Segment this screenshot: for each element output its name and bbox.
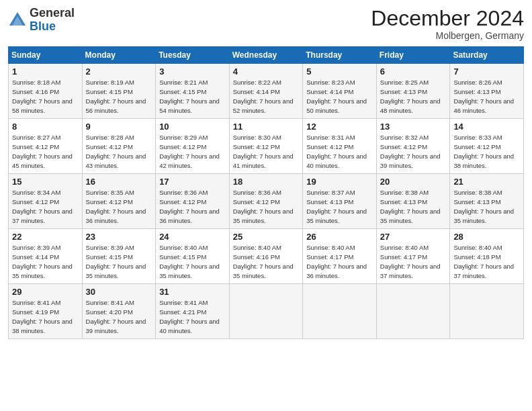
day-number: 27: [380, 232, 447, 242]
day-detail: Sunrise: 8:41 AMSunset: 4:20 PMDaylight:…: [86, 299, 146, 334]
day-detail: Sunrise: 8:35 AMSunset: 4:12 PMDaylight:…: [86, 189, 146, 224]
day-number: 9: [86, 122, 152, 132]
col-saturday: Saturday: [450, 47, 524, 64]
calendar-cell: 21 Sunrise: 8:38 AMSunset: 4:13 PMDaylig…: [450, 174, 524, 229]
calendar-cell: 24 Sunrise: 8:40 AMSunset: 4:15 PMDaylig…: [156, 229, 230, 284]
day-detail: Sunrise: 8:40 AMSunset: 4:15 PMDaylight:…: [159, 244, 220, 279]
day-detail: Sunrise: 8:36 AMSunset: 4:12 PMDaylight:…: [233, 189, 294, 224]
day-detail: Sunrise: 8:34 AMSunset: 4:12 PMDaylight:…: [12, 189, 73, 224]
day-detail: Sunrise: 8:19 AMSunset: 4:15 PMDaylight:…: [86, 79, 146, 113]
day-detail: Sunrise: 8:40 AMSunset: 4:16 PMDaylight:…: [233, 244, 294, 279]
col-tuesday: Tuesday: [156, 47, 230, 64]
calendar-header-row: Sunday Monday Tuesday Wednesday Thursday…: [9, 47, 524, 64]
day-number: 26: [306, 232, 373, 242]
calendar-cell: 26 Sunrise: 8:40 AMSunset: 4:17 PMDaylig…: [303, 229, 377, 284]
day-detail: Sunrise: 8:25 AMSunset: 4:13 PMDaylight:…: [380, 79, 441, 113]
header: General Blue December 2024 Molbergen, Ge…: [8, 7, 524, 41]
calendar-cell: 3 Sunrise: 8:21 AMSunset: 4:15 PMDayligh…: [156, 64, 230, 119]
calendar-week-4: 22 Sunrise: 8:39 AMSunset: 4:14 PMDaylig…: [9, 229, 524, 284]
calendar-cell: [229, 284, 303, 339]
logo: General Blue: [8, 7, 75, 34]
day-detail: Sunrise: 8:33 AMSunset: 4:12 PMDaylight:…: [453, 134, 514, 169]
day-detail: Sunrise: 8:41 AMSunset: 4:19 PMDaylight:…: [12, 299, 73, 334]
day-detail: Sunrise: 8:28 AMSunset: 4:12 PMDaylight:…: [86, 134, 146, 169]
calendar-cell: 28 Sunrise: 8:40 AMSunset: 4:18 PMDaylig…: [450, 229, 524, 284]
day-detail: Sunrise: 8:21 AMSunset: 4:15 PMDaylight:…: [159, 79, 220, 113]
col-friday: Friday: [376, 47, 450, 64]
day-detail: Sunrise: 8:29 AMSunset: 4:12 PMDaylight:…: [159, 134, 220, 169]
calendar-cell: 5 Sunrise: 8:23 AMSunset: 4:14 PMDayligh…: [303, 64, 377, 119]
day-number: 15: [12, 177, 79, 187]
day-number: 20: [380, 177, 447, 187]
month-title: December 2024: [371, 7, 524, 30]
col-thursday: Thursday: [303, 47, 377, 64]
logo-text: General Blue: [30, 7, 75, 34]
calendar-cell: 19 Sunrise: 8:37 AMSunset: 4:13 PMDaylig…: [303, 174, 377, 229]
calendar-cell: 10 Sunrise: 8:29 AMSunset: 4:12 PMDaylig…: [156, 119, 230, 174]
day-number: 25: [233, 232, 300, 242]
col-monday: Monday: [82, 47, 156, 64]
calendar-cell: 2 Sunrise: 8:19 AMSunset: 4:15 PMDayligh…: [82, 64, 156, 119]
day-number: 14: [453, 122, 520, 132]
col-wednesday: Wednesday: [229, 47, 303, 64]
day-detail: Sunrise: 8:41 AMSunset: 4:21 PMDaylight:…: [159, 299, 220, 334]
calendar-cell: 14 Sunrise: 8:33 AMSunset: 4:12 PMDaylig…: [450, 119, 524, 174]
day-detail: Sunrise: 8:31 AMSunset: 4:12 PMDaylight:…: [306, 134, 367, 169]
calendar-cell: 31 Sunrise: 8:41 AMSunset: 4:21 PMDaylig…: [156, 284, 230, 339]
calendar-week-1: 1 Sunrise: 8:18 AMSunset: 4:16 PMDayligh…: [9, 64, 524, 119]
day-detail: Sunrise: 8:27 AMSunset: 4:12 PMDaylight:…: [12, 134, 73, 169]
day-detail: Sunrise: 8:23 AMSunset: 4:14 PMDaylight:…: [306, 79, 367, 113]
day-number: 7: [453, 66, 520, 77]
day-number: 5: [306, 66, 373, 77]
calendar-cell: 30 Sunrise: 8:41 AMSunset: 4:20 PMDaylig…: [82, 284, 156, 339]
calendar-cell: 22 Sunrise: 8:39 AMSunset: 4:14 PMDaylig…: [9, 229, 83, 284]
calendar-cell: 9 Sunrise: 8:28 AMSunset: 4:12 PMDayligh…: [82, 119, 156, 174]
calendar-cell: 23 Sunrise: 8:39 AMSunset: 4:15 PMDaylig…: [82, 229, 156, 284]
calendar-cell: 15 Sunrise: 8:34 AMSunset: 4:12 PMDaylig…: [9, 174, 83, 229]
calendar-cell: 27 Sunrise: 8:40 AMSunset: 4:17 PMDaylig…: [376, 229, 450, 284]
day-detail: Sunrise: 8:18 AMSunset: 4:16 PMDaylight:…: [12, 79, 73, 113]
day-number: 6: [380, 66, 447, 77]
day-number: 21: [453, 177, 520, 187]
calendar-cell: 6 Sunrise: 8:25 AMSunset: 4:13 PMDayligh…: [376, 64, 450, 119]
calendar-cell: 8 Sunrise: 8:27 AMSunset: 4:12 PMDayligh…: [9, 119, 83, 174]
day-number: 16: [86, 177, 152, 187]
title-area: December 2024 Molbergen, Germany: [371, 7, 524, 41]
calendar-cell: 17 Sunrise: 8:36 AMSunset: 4:12 PMDaylig…: [156, 174, 230, 229]
day-number: 23: [86, 232, 152, 242]
logo-blue-text: Blue: [30, 19, 56, 33]
logo-general-text: General: [30, 6, 75, 19]
day-detail: Sunrise: 8:22 AMSunset: 4:14 PMDaylight:…: [233, 79, 294, 113]
day-detail: Sunrise: 8:38 AMSunset: 4:13 PMDaylight:…: [453, 189, 514, 224]
day-number: 1: [12, 66, 79, 77]
day-number: 29: [12, 287, 79, 297]
day-number: 24: [159, 232, 226, 242]
calendar-cell: 13 Sunrise: 8:32 AMSunset: 4:12 PMDaylig…: [376, 119, 450, 174]
calendar-cell: 11 Sunrise: 8:30 AMSunset: 4:12 PMDaylig…: [229, 119, 303, 174]
calendar-cell: 1 Sunrise: 8:18 AMSunset: 4:16 PMDayligh…: [9, 64, 83, 119]
calendar-cell: [303, 284, 377, 339]
day-detail: Sunrise: 8:30 AMSunset: 4:12 PMDaylight:…: [233, 134, 294, 169]
day-detail: Sunrise: 8:40 AMSunset: 4:18 PMDaylight:…: [453, 244, 514, 279]
calendar-cell: 18 Sunrise: 8:36 AMSunset: 4:12 PMDaylig…: [229, 174, 303, 229]
day-number: 17: [159, 177, 226, 187]
day-number: 4: [233, 66, 300, 77]
day-detail: Sunrise: 8:32 AMSunset: 4:12 PMDaylight:…: [380, 134, 441, 169]
day-detail: Sunrise: 8:39 AMSunset: 4:14 PMDaylight:…: [12, 244, 73, 279]
page-container: General Blue December 2024 Molbergen, Ge…: [0, 0, 532, 411]
day-number: 11: [233, 122, 300, 132]
day-number: 2: [86, 66, 152, 77]
calendar-week-5: 29 Sunrise: 8:41 AMSunset: 4:19 PMDaylig…: [9, 284, 524, 339]
calendar-cell: [376, 284, 450, 339]
day-number: 10: [159, 122, 226, 132]
day-detail: Sunrise: 8:36 AMSunset: 4:12 PMDaylight:…: [159, 189, 220, 224]
calendar-table: Sunday Monday Tuesday Wednesday Thursday…: [8, 46, 524, 339]
calendar-cell: 7 Sunrise: 8:26 AMSunset: 4:13 PMDayligh…: [450, 64, 524, 119]
day-number: 19: [306, 177, 373, 187]
col-sunday: Sunday: [9, 47, 83, 64]
day-detail: Sunrise: 8:39 AMSunset: 4:15 PMDaylight:…: [86, 244, 146, 279]
calendar-cell: 29 Sunrise: 8:41 AMSunset: 4:19 PMDaylig…: [9, 284, 83, 339]
location: Molbergen, Germany: [371, 30, 524, 41]
calendar-cell: 4 Sunrise: 8:22 AMSunset: 4:14 PMDayligh…: [229, 64, 303, 119]
day-detail: Sunrise: 8:38 AMSunset: 4:13 PMDaylight:…: [380, 189, 441, 224]
